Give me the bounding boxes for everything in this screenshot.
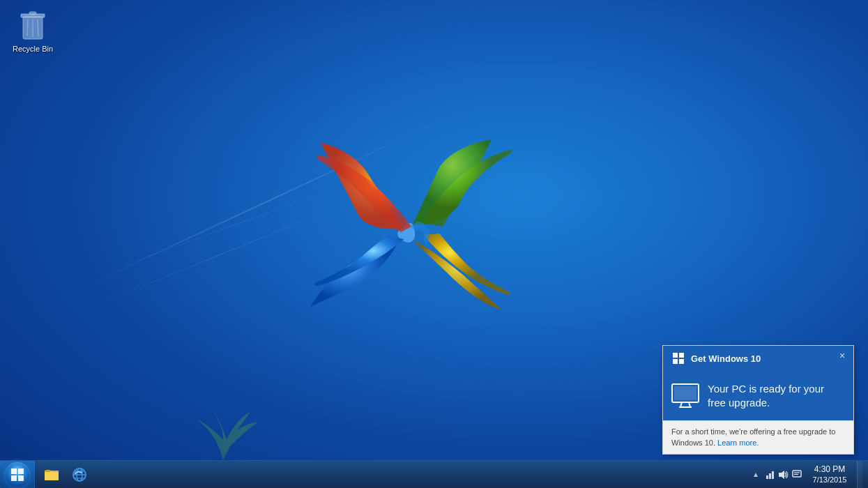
- desktop: Recycle Bin: [0, 0, 868, 488]
- windows10-logo-icon: [671, 351, 685, 365]
- windows7-logo-visual: [314, 136, 516, 324]
- svg-rect-13: [45, 470, 50, 472]
- svg-rect-12: [45, 472, 59, 480]
- notification-body: Your PC is ready for your free upgrade.: [663, 371, 853, 420]
- svg-rect-21: [772, 471, 774, 479]
- start-button[interactable]: [0, 461, 35, 489]
- clock-time: 4:30 PM: [814, 464, 846, 475]
- notification-title: Get Windows 10: [691, 353, 845, 364]
- learn-more-link[interactable]: Learn more.: [717, 439, 759, 447]
- start-orb: [5, 462, 30, 487]
- svg-line-32: [680, 402, 682, 407]
- show-desktop-button[interactable]: [857, 461, 862, 489]
- svg-rect-23: [793, 471, 801, 477]
- get-windows10-notification: Get Windows 10 × Your PC is ready for yo…: [662, 345, 854, 455]
- svg-line-3: [38, 20, 38, 36]
- taskbar-explorer-button[interactable]: [38, 461, 66, 489]
- show-hidden-icons-button[interactable]: ▲: [751, 471, 761, 478]
- svg-rect-29: [679, 359, 684, 364]
- notification-message: Your PC is ready for your free upgrade.: [708, 382, 845, 409]
- svg-rect-5: [29, 12, 36, 15]
- svg-rect-6: [11, 468, 17, 474]
- svg-line-1: [27, 20, 28, 36]
- system-tray: ▲: [745, 461, 868, 489]
- svg-line-33: [689, 402, 690, 407]
- svg-rect-19: [766, 475, 768, 479]
- clock[interactable]: 4:30 PM 7/13/2015: [805, 461, 854, 489]
- notification-footer: For a short time, we're offering a free …: [663, 420, 853, 454]
- taskbar-quicklaunch: [35, 461, 96, 489]
- recycle-bin-icon[interactable]: Recycle Bin: [8, 7, 57, 53]
- svg-rect-28: [673, 359, 678, 364]
- notification-close-button[interactable]: ×: [837, 350, 848, 361]
- svg-rect-31: [674, 386, 696, 400]
- svg-rect-9: [18, 475, 24, 481]
- action-center-tray-icon[interactable]: [791, 469, 802, 480]
- svg-rect-8: [11, 475, 17, 481]
- svg-rect-7: [18, 468, 24, 474]
- taskbar-ie-button[interactable]: [66, 461, 93, 489]
- svg-rect-26: [673, 353, 678, 358]
- svg-rect-20: [769, 473, 771, 479]
- taskbar: ▲: [0, 460, 868, 488]
- svg-rect-27: [679, 353, 684, 358]
- svg-marker-22: [779, 471, 784, 479]
- clock-date: 7/13/2015: [813, 475, 847, 485]
- network-tray-icon[interactable]: [763, 469, 775, 480]
- recycle-bin-label: Recycle Bin: [8, 45, 57, 53]
- notification-header: Get Windows 10 ×: [663, 346, 853, 371]
- volume-tray-icon[interactable]: [777, 469, 789, 480]
- plant-decoration: [153, 376, 293, 460]
- recycle-bin-graphic: [17, 7, 48, 42]
- pc-icon: [671, 383, 699, 409]
